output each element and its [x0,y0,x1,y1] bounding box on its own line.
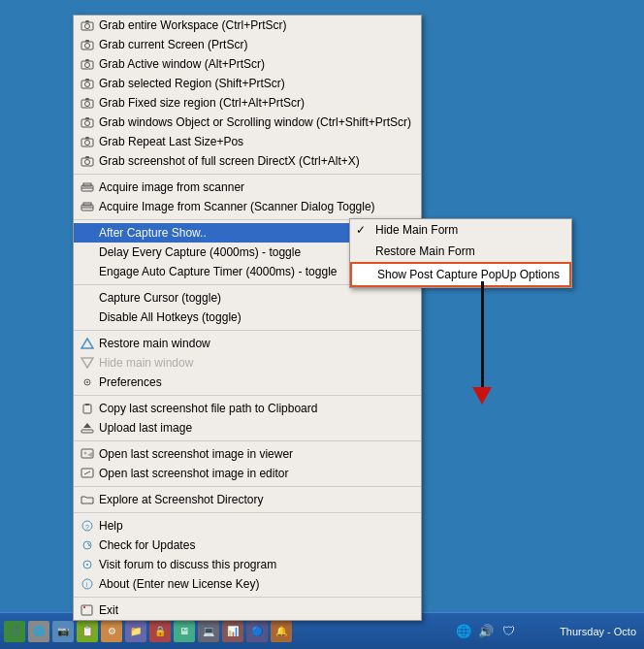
camera-icon [79,17,96,33]
svg-point-9 [85,102,90,107]
taskbar-icon-10[interactable]: 📊 [222,621,243,642]
taskbar-icon-8[interactable]: 🖥 [174,621,195,642]
acquire-scanner-label: Acquire image from scanner [99,180,244,194]
restore-icon [79,336,96,351]
taskbar-icon-7[interactable]: 🔒 [149,621,171,642]
svg-text:i: i [86,581,88,588]
menu-item-grab-fixed[interactable]: Grab Fixed size region (Ctrl+Alt+PrtScr) [74,93,421,113]
taskbar-icon-11[interactable]: 🔵 [246,621,268,642]
upload-icon [79,420,96,436]
svg-rect-27 [85,404,89,406]
svg-point-1 [85,24,90,29]
menu-item-grab-repeat[interactable]: Grab Repeat Last Size+Pos [74,132,421,151]
svg-point-40 [86,564,88,566]
svg-marker-23 [81,358,93,368]
menu-item-grab-directx[interactable]: Grab screenshot of full screen DirectX (… [74,151,421,171]
camera-icon-5 [79,95,96,111]
taskbar-icon-9[interactable]: 💻 [198,621,219,642]
menu-item-hide-main[interactable]: Hide main window [74,353,421,373]
capture-cursor-label: Capture Cursor (toggle) [99,291,221,305]
menu-item-upload-image[interactable]: Upload last image [74,418,421,438]
arrow-head [472,387,492,405]
svg-marker-22 [81,339,93,348]
separator-5 [74,395,421,396]
taskbar-icon-5[interactable]: ⚙ [101,621,122,642]
show-post-capture-label: Show Post Capture PopUp Options [377,268,560,281]
menu-item-open-viewer[interactable]: Open last screenshot image in viewer [74,444,421,464]
taskbar-network-icon[interactable]: 🌐 [454,622,473,641]
separator-1 [74,174,421,175]
menu-item-grab-scrolling[interactable]: Grab windows Object or Scrolling window … [74,113,421,132]
camera-icon-7 [79,134,96,149]
menu-item-acquire-scanner-dialog[interactable]: Acquire Image from Scanner (Scanner Dial… [74,197,421,216]
submenu-item-show-post-capture[interactable]: Show Post Capture PopUp Options [350,262,571,287]
svg-point-37 [83,541,91,549]
taskbar-time: Thursday - Octo [560,626,636,637]
forum-icon [79,557,96,572]
svg-point-13 [85,141,90,146]
taskbar-icon-2[interactable]: 🌐 [28,621,49,642]
menu-item-disable-hotkeys[interactable]: Disable All Hotkeys (toggle) [74,308,421,327]
grab-screen-label: Grab current Screen (PrtScr) [99,38,247,51]
help-icon: ? [79,518,96,534]
check-updates-label: Check for Updates [99,538,195,552]
exit-icon [79,602,96,618]
menu-item-check-updates[interactable]: Check for Updates [74,535,421,555]
hide-icon [79,355,96,371]
camera-icon-4 [79,76,96,91]
grab-fixed-label: Grab Fixed size region (Ctrl+Alt+PrtScr) [99,96,305,110]
visit-forum-label: Visit forum to discuss this program [99,558,276,571]
restore-main-label: Restore main window [99,337,210,350]
menu-item-grab-screen[interactable]: Grab current Screen (PrtScr) [74,35,421,54]
taskbar-icon-3[interactable]: 📷 [52,621,74,642]
taskbar-icon-4[interactable]: 📋 [77,621,98,642]
grab-workspace-label: Grab entire Workspace (Ctrl+PrtScr) [99,18,287,32]
submenu-item-hide-main-form[interactable]: ✓ Hide Main Form [350,219,571,241]
editor-icon [79,466,96,481]
menu-item-visit-forum[interactable]: Visit forum to discuss this program [74,555,421,574]
taskbar-icon-12[interactable]: 🔔 [271,621,292,642]
taskbar-speaker-icon[interactable]: 🔊 [476,622,496,641]
menu-item-copy-path[interactable]: Copy last screenshot file path to Clipbo… [74,399,421,418]
checkmark-icon: ✓ [356,223,366,237]
menu-item-grab-region[interactable]: Grab selected Region (Shift+PrtScr) [74,74,421,93]
taskbar-system-icons: 🌐 🔊 🛡 [454,622,518,641]
menu-item-capture-cursor[interactable]: Capture Cursor (toggle) [74,288,421,308]
camera-icon-2 [79,37,96,52]
taskbar-time-text: Thursday - Octo [560,626,636,637]
separator-6 [74,440,421,441]
menu-item-preferences[interactable]: Preferences [74,373,421,392]
svg-line-34 [84,471,90,474]
taskbar-icon-6[interactable]: 📁 [125,621,146,642]
help-label: Help [99,519,123,533]
svg-rect-26 [83,405,91,413]
menu-item-explore-dir[interactable]: Explore at Screenshot Directory [74,490,421,509]
menu-item-grab-workspace[interactable]: Grab entire Workspace (Ctrl+PrtScr) [74,16,421,35]
svg-marker-29 [83,423,91,428]
scanner-icon-2 [79,199,96,214]
menu-item-help[interactable]: ? Help [74,516,421,535]
menu-item-about[interactable]: i About (Enter new License Key) [74,574,421,594]
scanner-icon [79,179,96,195]
open-viewer-label: Open last screenshot image in viewer [99,447,293,461]
submenu: ✓ Hide Main Form Restore Main Form Show … [349,218,572,288]
menu-item-restore-main[interactable]: Restore main window [74,334,421,353]
taskbar-security-icon[interactable]: 🛡 [499,622,518,641]
separator-4 [74,330,421,331]
hide-main-form-label: Hide Main Form [375,223,458,237]
exit-label: Exit [99,603,118,617]
separator-7 [74,486,421,487]
menu-item-grab-active[interactable]: Grab Active window (Alt+PrtScr) [74,54,421,74]
preferences-icon [79,374,96,390]
menu-item-open-editor[interactable]: Open last screenshot image in editor [74,464,421,483]
menu-item-acquire-scanner[interactable]: Acquire image from scanner [74,178,421,197]
submenu-item-restore-main-form[interactable]: Restore Main Form [350,241,571,262]
menu-item-exit[interactable]: Exit [74,600,421,620]
svg-marker-32 [87,452,92,457]
copy-path-label: Copy last screenshot file path to Clipbo… [99,402,317,415]
open-editor-label: Open last screenshot image in editor [99,467,288,480]
context-menu: Grab entire Workspace (Ctrl+PrtScr) Grab… [73,15,422,621]
preferences-label: Preferences [99,375,162,389]
grab-region-label: Grab selected Region (Shift+PrtScr) [99,77,285,90]
taskbar-icon-1[interactable]: 🎵 [4,621,25,642]
